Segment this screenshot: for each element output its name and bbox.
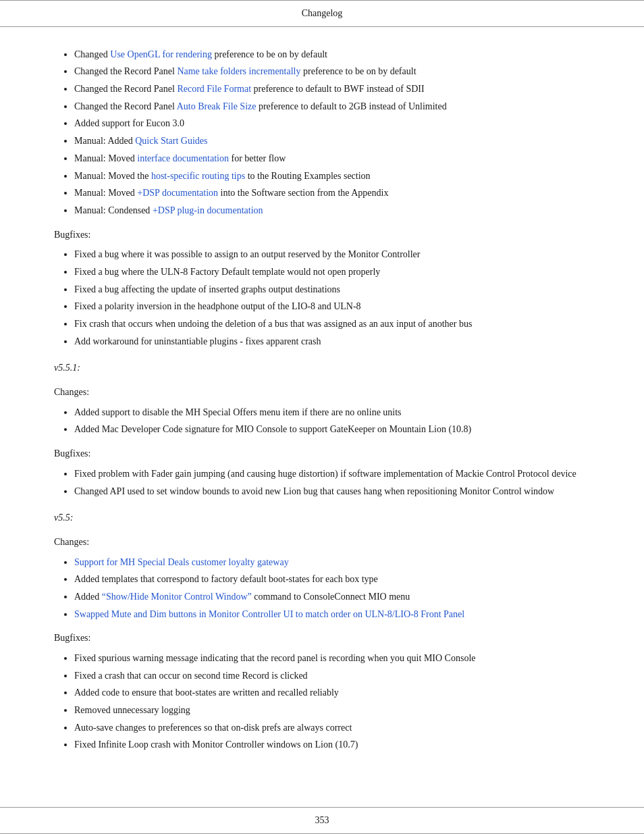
bugfixes-list-2: Fixed problem with Fader gain jumping (a… (54, 467, 590, 498)
page-number: 353 (315, 815, 329, 825)
list-item: Fixed a crash that can occur on second t… (74, 669, 590, 683)
list-item: Fixed a polarity inversion in the headph… (74, 299, 590, 314)
version-55: v5.5: (54, 511, 590, 525)
bugfixes-label-1: Bugfixes: (54, 228, 590, 242)
list-item: Added templates that correspond to facto… (74, 572, 590, 587)
list-item: Added “Show/Hide Monitor Control Window”… (74, 590, 590, 604)
list-item: Fix crash that occurs when undoing the d… (74, 317, 590, 332)
link-dsp-doc[interactable]: +DSP documentation (137, 188, 218, 198)
page-footer: 353 (0, 807, 644, 834)
list-item: Swapped Mute and Dim buttons in Monitor … (74, 607, 590, 622)
list-item: Fixed a bug where it was possible to ass… (74, 247, 590, 262)
list-item: Fixed a bug affecting the update of inse… (74, 282, 590, 297)
list-item: Support for MH Special Deals customer lo… (74, 555, 590, 570)
list-item: Added Mac Developer Code signature for M… (74, 422, 590, 437)
bugfixes-list-3: Fixed spurious warning message indicatin… (54, 651, 590, 752)
link-record-file-format[interactable]: Record File Format (177, 84, 251, 94)
list-item: Changed Use OpenGL for rendering prefere… (74, 47, 590, 62)
page-header: Changelog (0, 0, 644, 27)
changes-label-1: Changes: (54, 385, 590, 400)
header-title: Changelog (302, 8, 343, 18)
list-item: Changed the Record Panel Auto Break File… (74, 99, 590, 114)
link-host-routing[interactable]: host-specific routing tips (151, 171, 245, 181)
link-show-hide[interactable]: “Show/Hide Monitor Control Window” (102, 592, 252, 602)
list-item: Fixed spurious warning message indicatin… (74, 651, 590, 666)
changes-list-top: Changed Use OpenGL for rendering prefere… (54, 47, 590, 218)
link-special-deals[interactable]: Support for MH Special Deals customer lo… (74, 557, 289, 567)
list-item: Manual: Moved interface documentation fo… (74, 151, 590, 166)
link-dsp-plugin-doc[interactable]: +DSP plug-in documentation (153, 205, 263, 215)
list-item: Added code to ensure that boot-states ar… (74, 685, 590, 700)
list-item: Removed unnecessary logging (74, 703, 590, 718)
changes-list-55: Support for MH Special Deals customer lo… (54, 555, 590, 622)
version-551: v5.5.1: (54, 361, 590, 375)
page-container: Changelog Changed Use OpenGL for renderi… (0, 0, 644, 834)
list-item: Add workaround for uninstantiable plugin… (74, 334, 590, 349)
link-interface-doc[interactable]: interface documentation (137, 153, 229, 163)
changes-label-2: Changes: (54, 535, 590, 550)
content-area: Changed Use OpenGL for rendering prefere… (0, 41, 644, 801)
changes-list-551: Added support to disable the MH Special … (54, 405, 590, 437)
list-item: Added support to disable the MH Special … (74, 405, 590, 420)
link-opengl[interactable]: Use OpenGL for rendering (110, 49, 212, 59)
list-item: Added support for Eucon 3.0 (74, 116, 590, 131)
list-item: Changed API used to set window bounds to… (74, 484, 590, 499)
bugfixes-label-3: Bugfixes: (54, 631, 590, 646)
link-swapped-mute[interactable]: Swapped Mute and Dim buttons in Monitor … (74, 609, 464, 619)
list-item: Manual: Moved the host-specific routing … (74, 169, 590, 184)
list-item: Manual: Moved +DSP documentation into th… (74, 186, 590, 201)
list-item: Fixed Infinite Loop crash with Monitor C… (74, 737, 590, 752)
link-name-take[interactable]: Name take folders incrementally (177, 66, 300, 76)
list-item: Fixed a bug where the ULN-8 Factory Defa… (74, 265, 590, 280)
link-quick-start[interactable]: Quick Start Guides (135, 136, 207, 146)
list-item: Manual: Condensed +DSP plug-in documenta… (74, 203, 590, 218)
list-item: Changed the Record Panel Name take folde… (74, 64, 590, 79)
bugfixes-label-2: Bugfixes: (54, 446, 590, 461)
list-item: Fixed problem with Fader gain jumping (a… (74, 467, 590, 481)
list-item: Manual: Added Quick Start Guides (74, 134, 590, 149)
bugfixes-list-1: Fixed a bug where it was possible to ass… (54, 247, 590, 348)
list-item: Auto-save changes to preferences so that… (74, 721, 590, 735)
link-auto-break[interactable]: Auto Break File Size (177, 101, 257, 111)
list-item: Changed the Record Panel Record File For… (74, 82, 590, 97)
